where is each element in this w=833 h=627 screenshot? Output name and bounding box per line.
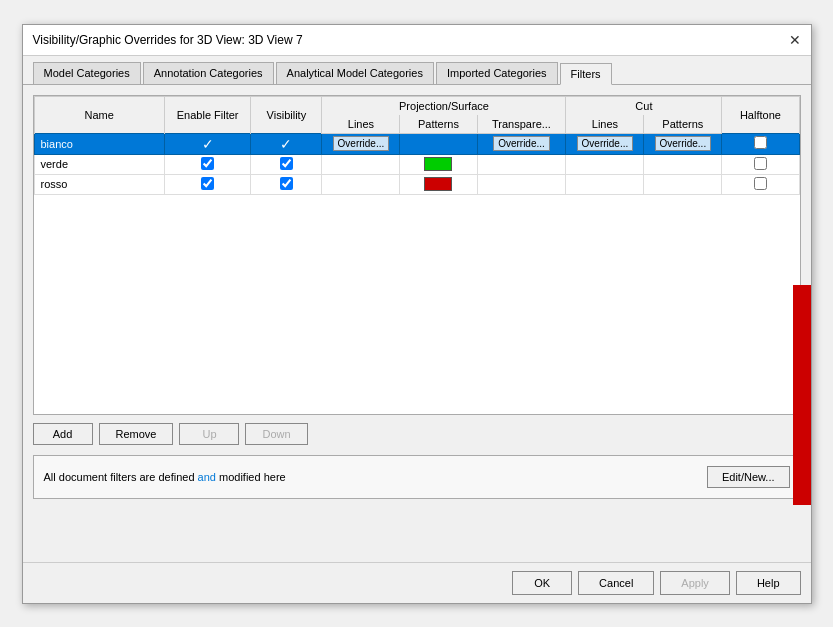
info-link[interactable]: and — [198, 471, 216, 483]
proj-pattern-swatch[interactable] — [424, 177, 452, 191]
cell-visibility[interactable]: ✓ — [251, 133, 322, 154]
cell-proj-transp[interactable] — [477, 174, 566, 194]
table-row[interactable]: bianco ✓ ✓ Override... Override... — [34, 133, 799, 154]
cell-cut-lines[interactable] — [566, 154, 644, 174]
close-button[interactable]: ✕ — [789, 33, 801, 47]
remove-button[interactable]: Remove — [99, 423, 174, 445]
cell-enable[interactable] — [164, 174, 250, 194]
visibility-checkbox[interactable] — [280, 177, 293, 190]
action-buttons: Add Remove Up Down — [33, 423, 801, 445]
col-header-halftone: Halftone — [722, 96, 799, 133]
proj-pattern-swatch[interactable] — [424, 157, 452, 171]
cell-name: bianco — [34, 133, 164, 154]
cell-proj-patterns[interactable] — [400, 154, 477, 174]
filters-table: Name Enable Filter Visibility Projection… — [34, 96, 800, 195]
col-header-proj-patterns: Patterns — [400, 115, 477, 134]
cell-proj-lines[interactable] — [322, 154, 400, 174]
down-button[interactable]: Down — [245, 423, 307, 445]
col-group-cut: Cut — [566, 96, 722, 115]
enable-checkbox[interactable] — [201, 177, 214, 190]
info-text: All document filters are defined and mod… — [44, 471, 286, 483]
table-row[interactable]: verde — [34, 154, 799, 174]
tab-filters[interactable]: Filters — [560, 63, 612, 85]
col-header-enable: Enable Filter — [164, 96, 250, 133]
up-button[interactable]: Up — [179, 423, 239, 445]
edit-new-button[interactable]: Edit/New... — [707, 466, 790, 488]
apply-button[interactable]: Apply — [660, 571, 730, 595]
cell-name: verde — [34, 154, 164, 174]
cell-proj-lines[interactable]: Override... — [322, 133, 400, 154]
cell-halftone[interactable] — [722, 133, 799, 154]
cell-visibility[interactable] — [251, 174, 322, 194]
halftone-checkbox[interactable] — [754, 157, 767, 170]
cell-cut-patterns[interactable] — [644, 174, 722, 194]
col-header-proj-lines: Lines — [322, 115, 400, 134]
visibility-checkbox[interactable] — [280, 157, 293, 170]
cell-proj-lines[interactable] — [322, 174, 400, 194]
proj-lines-override-btn[interactable]: Override... — [333, 136, 390, 151]
main-dialog: Visibility/Graphic Overrides for 3D View… — [22, 24, 812, 604]
info-box: All document filters are defined and mod… — [33, 455, 801, 499]
title-bar: Visibility/Graphic Overrides for 3D View… — [23, 25, 811, 56]
col-header-visibility: Visibility — [251, 96, 322, 133]
col-header-cut-patterns: Patterns — [644, 115, 722, 134]
content-area: Name Enable Filter Visibility Projection… — [23, 85, 811, 562]
footer: OK Cancel Apply Help — [23, 562, 811, 603]
cell-cut-lines[interactable]: Override... — [566, 133, 644, 154]
cell-proj-patterns[interactable] — [400, 174, 477, 194]
halftone-checkbox[interactable] — [754, 136, 767, 149]
cell-cut-patterns[interactable] — [644, 154, 722, 174]
enable-checkbox[interactable] — [201, 157, 214, 170]
help-button[interactable]: Help — [736, 571, 801, 595]
filters-table-container: Name Enable Filter Visibility Projection… — [33, 95, 801, 415]
info-text-part2: modified here — [219, 471, 286, 483]
cell-proj-transp[interactable] — [477, 154, 566, 174]
cell-proj-transp[interactable]: Override... — [477, 133, 566, 154]
tab-model-categories[interactable]: Model Categories — [33, 62, 141, 84]
cut-lines-override-btn[interactable]: Override... — [577, 136, 634, 151]
cell-cut-lines[interactable] — [566, 174, 644, 194]
checkmark-enable: ✓ — [202, 136, 214, 152]
checkmark-visibility: ✓ — [280, 136, 292, 152]
cell-proj-patterns[interactable] — [400, 133, 477, 154]
add-button[interactable]: Add — [33, 423, 93, 445]
cell-halftone[interactable] — [722, 154, 799, 174]
dialog-title: Visibility/Graphic Overrides for 3D View… — [33, 33, 303, 47]
cell-visibility[interactable] — [251, 154, 322, 174]
cell-name: rosso — [34, 174, 164, 194]
halftone-checkbox[interactable] — [754, 177, 767, 190]
col-header-proj-transp: Transpare... — [477, 115, 566, 134]
red-bar-decoration — [793, 285, 811, 505]
ok-button[interactable]: OK — [512, 571, 572, 595]
col-header-cut-lines: Lines — [566, 115, 644, 134]
tab-imported-categories[interactable]: Imported Categories — [436, 62, 558, 84]
cell-halftone[interactable] — [722, 174, 799, 194]
proj-transp-override-btn[interactable]: Override... — [493, 136, 550, 151]
cell-enable[interactable]: ✓ — [164, 133, 250, 154]
cancel-button[interactable]: Cancel — [578, 571, 654, 595]
col-group-projection: Projection/Surface — [322, 96, 566, 115]
tab-bar: Model Categories Annotation Categories A… — [23, 56, 811, 85]
cut-patterns-override-btn[interactable]: Override... — [655, 136, 712, 151]
tab-annotation-categories[interactable]: Annotation Categories — [143, 62, 274, 84]
cell-cut-patterns[interactable]: Override... — [644, 133, 722, 154]
table-body: bianco ✓ ✓ Override... Override... — [34, 133, 799, 194]
tab-analytical-model-categories[interactable]: Analytical Model Categories — [276, 62, 434, 84]
table-row[interactable]: rosso — [34, 174, 799, 194]
info-text-part1: All document filters are defined — [44, 471, 195, 483]
cell-enable[interactable] — [164, 154, 250, 174]
col-header-name: Name — [34, 96, 164, 133]
